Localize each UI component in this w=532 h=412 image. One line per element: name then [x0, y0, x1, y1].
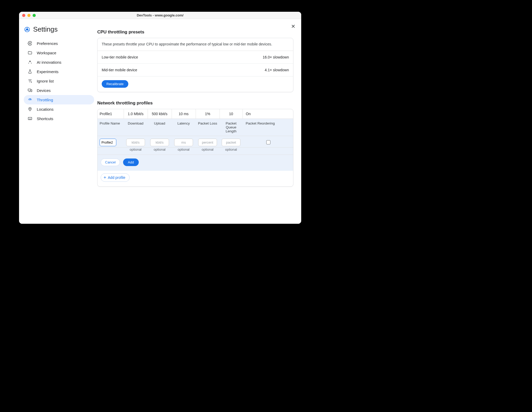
main-panel: CPU throttling presets These presets thr… — [97, 19, 301, 224]
speed-icon — [27, 97, 33, 102]
column-header-latency: Latency — [172, 119, 196, 136]
close-window-icon[interactable] — [22, 14, 25, 17]
sidebar-item-label: Preferences — [37, 41, 90, 46]
sidebar-item-locations[interactable]: Locations — [24, 104, 94, 114]
cpu-preset-row: Low-tier mobile device 16.0× slowdown — [98, 51, 293, 64]
cpu-card-footer: Recalibrate — [98, 76, 293, 92]
sidebar: Settings Preferences Workspace AI innova… — [19, 19, 97, 224]
keyboard-icon — [27, 116, 33, 121]
cpu-section-title: CPU throttling presets — [97, 30, 293, 35]
profile-latency-cell: 10 ms — [172, 109, 196, 119]
cpu-preset-name: Low-tier mobile device — [102, 55, 138, 59]
app-window: DevTools - www.google.com/ ✕ Settings Pr… — [19, 12, 301, 224]
svg-point-2 — [29, 43, 31, 44]
folder-icon — [27, 50, 33, 55]
add-profile-footer: + Add profile — [98, 171, 293, 186]
download-input[interactable] — [126, 139, 145, 146]
recalibrate-button[interactable]: Recalibrate — [102, 80, 128, 88]
sidebar-item-label: Devices — [37, 88, 90, 93]
optional-label: optional — [196, 147, 220, 155]
latency-input[interactable] — [174, 139, 193, 146]
close-panel-button[interactable]: ✕ — [291, 24, 295, 29]
cpu-preset-value: 16.0× slowdown — [263, 55, 289, 59]
svg-point-5 — [29, 108, 31, 109]
sidebar-item-label: Experiments — [37, 69, 90, 74]
new-profile-row — [98, 136, 293, 147]
svg-rect-3 — [28, 89, 31, 91]
add-profile-button[interactable]: + Add profile — [101, 173, 130, 182]
profile-loss-cell: 1% — [196, 109, 220, 119]
flask-icon — [27, 69, 33, 74]
settings-nav: Preferences Workspace AI innovations Exp… — [24, 39, 94, 123]
maximize-window-icon[interactable] — [33, 14, 36, 17]
profile-queue-cell: 10 — [220, 109, 243, 119]
sidebar-item-label: Locations — [37, 107, 90, 111]
svg-rect-4 — [31, 90, 32, 92]
profile-upload-cell: 500 kbit/s — [148, 109, 172, 119]
sidebar-item-label: Shortcuts — [37, 116, 90, 121]
packet-loss-input[interactable] — [198, 139, 217, 146]
column-header-upload: Upload — [148, 119, 172, 136]
network-profiles-table: Profile1 1.0 Mbit/s 500 kbit/s 10 ms 1% … — [98, 109, 293, 171]
table-row: Profile1 1.0 Mbit/s 500 kbit/s 10 ms 1% … — [98, 109, 293, 119]
plus-icon: + — [104, 175, 106, 180]
column-header-queue: Packet Queue Length — [220, 119, 243, 136]
cpu-presets-card: These presets throttle your CPU to appro… — [97, 38, 293, 92]
sidebar-item-ignore-list[interactable]: Ignore list — [24, 76, 94, 86]
profile-reorder-cell: On — [243, 109, 293, 119]
sparkle-icon — [27, 60, 33, 65]
packet-queue-input[interactable] — [222, 139, 240, 146]
optional-label: optional — [172, 147, 196, 155]
cpu-preset-row: Mid-tier mobile device 4.1× slowdown — [98, 64, 293, 76]
svg-point-1 — [26, 28, 28, 30]
location-icon — [27, 107, 33, 112]
chromium-logo-icon — [24, 27, 30, 32]
column-header-name: Profile Name — [98, 119, 124, 136]
cpu-presets-description: These presets throttle your CPU to appro… — [98, 38, 293, 51]
sidebar-item-label: Throttling — [37, 98, 90, 102]
gear-icon — [27, 41, 33, 46]
svg-rect-6 — [28, 117, 32, 120]
sidebar-item-throttling[interactable]: Throttling — [24, 95, 94, 104]
profile-name-input[interactable] — [100, 139, 116, 146]
optional-label: optional — [220, 147, 243, 155]
sidebar-item-experiments[interactable]: Experiments — [24, 67, 94, 76]
sidebar-item-label: AI innovations — [37, 60, 90, 64]
window-title: DevTools - www.google.com/ — [19, 13, 301, 17]
upload-input[interactable] — [150, 139, 169, 146]
network-section-title: Network throttling profiles — [97, 101, 293, 106]
sidebar-item-label: Workspace — [37, 51, 90, 55]
filter-icon — [27, 78, 33, 84]
sidebar-item-ai-innovations[interactable]: AI innovations — [24, 57, 94, 67]
sidebar-item-label: Ignore list — [37, 79, 90, 83]
cancel-button[interactable]: Cancel — [101, 158, 120, 166]
minimize-window-icon[interactable] — [27, 14, 31, 17]
packet-reordering-checkbox[interactable] — [266, 140, 270, 144]
column-header-reorder: Packet Reordering — [243, 119, 293, 136]
table-header-row: Profile Name Download Upload Latency Pac… — [98, 119, 293, 136]
optional-label: optional — [148, 147, 172, 155]
profile-name-cell: Profile1 — [98, 109, 124, 119]
cpu-preset-name: Mid-tier mobile device — [102, 68, 137, 72]
network-profiles-card: Profile1 1.0 Mbit/s 500 kbit/s 10 ms 1% … — [97, 109, 293, 187]
page-title: Settings — [33, 25, 58, 33]
sidebar-item-preferences[interactable]: Preferences — [24, 39, 94, 48]
devices-icon — [27, 88, 33, 93]
window-controls — [22, 14, 36, 17]
content: ✕ Settings Preferences Workspace — [19, 19, 301, 224]
add-profile-label: Add profile — [108, 175, 125, 180]
cpu-preset-value: 4.1× slowdown — [265, 68, 289, 72]
settings-header: Settings — [24, 25, 94, 37]
sidebar-item-devices[interactable]: Devices — [24, 86, 94, 95]
profile-download-cell: 1.0 Mbit/s — [124, 109, 148, 119]
sidebar-item-shortcuts[interactable]: Shortcuts — [24, 114, 94, 123]
column-header-download: Download — [124, 119, 148, 136]
column-header-loss: Packet Loss — [196, 119, 220, 136]
add-button[interactable]: Add — [123, 158, 138, 166]
optional-label: optional — [124, 147, 148, 155]
edit-actions-row: Cancel Add — [98, 155, 293, 171]
sidebar-item-workspace[interactable]: Workspace — [24, 48, 94, 57]
optional-label-row: optional optional optional optional opti… — [98, 147, 293, 155]
titlebar: DevTools - www.google.com/ — [19, 12, 301, 19]
